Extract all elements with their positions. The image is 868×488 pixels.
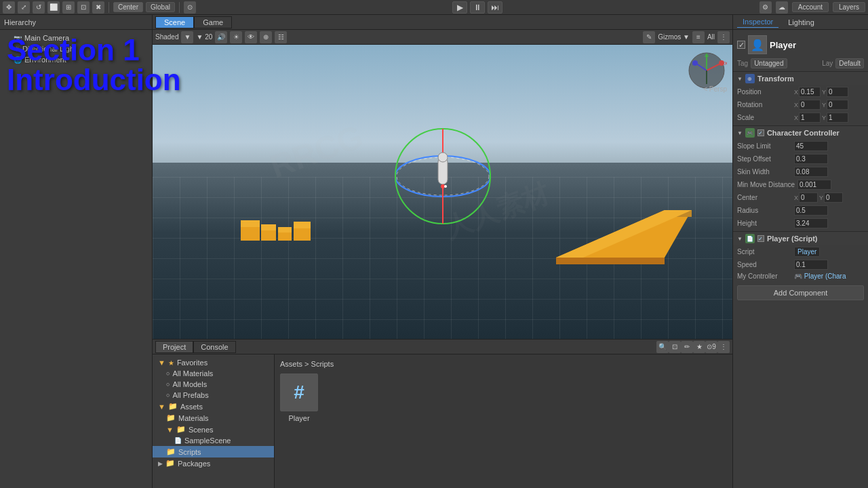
toolbar-icon-1[interactable]: ✥ <box>3 1 15 14</box>
sidebar-item-all-prefabs[interactable]: ○ All Prefabs <box>153 390 274 401</box>
tab-console[interactable]: Console <box>193 341 235 353</box>
scene-options-icon[interactable]: ⋮ <box>717 31 730 43</box>
scale-label: Scale <box>737 114 791 121</box>
inspector-header: Inspector Lighting <box>733 15 868 30</box>
ps-section-header[interactable]: ▼ 📄 ✓ Player (Script) <box>733 232 868 245</box>
inspector-content: ✓ 👤 Player Tag Untagged Lay Default ▼ ⊕ … <box>733 30 868 488</box>
scene-toolbar-icon-6[interactable]: ☷ <box>275 31 287 43</box>
scale-y-item: Y <box>822 113 848 123</box>
sidebar-item-packages[interactable]: ▶ 📁 Packages <box>153 458 274 469</box>
inspector-tab-lighting[interactable]: Lighting <box>783 17 820 28</box>
cc-checkbox[interactable]: ✓ <box>757 129 764 136</box>
tab-project[interactable]: Project <box>155 341 193 353</box>
center-x-input[interactable] <box>799 192 818 203</box>
scene-toolbar-icon-3[interactable]: ☀ <box>230 31 242 43</box>
cloud-icon[interactable]: ☁ <box>776 1 788 14</box>
ramp-object <box>542 190 692 271</box>
cc-icon: 🎮 <box>745 128 755 138</box>
position-y-input[interactable] <box>827 87 848 97</box>
step-button[interactable]: ⏭ <box>488 1 502 14</box>
rotation-y-input[interactable] <box>827 100 848 110</box>
ps-checkbox[interactable]: ✓ <box>757 235 764 242</box>
scene-toolbar-icon-2[interactable]: 🔊 <box>215 31 227 43</box>
scene-toolbar-icon-1[interactable]: ▼ <box>181 31 193 43</box>
bottom-options-2[interactable]: ✏ <box>681 341 693 353</box>
center-y-input[interactable] <box>824 192 843 203</box>
global-button[interactable]: Global <box>146 2 175 12</box>
sidebar-item-sample-scene[interactable]: 📄 SampleScene <box>153 435 274 446</box>
center-button[interactable]: Center <box>113 2 143 12</box>
controller-icon: 🎮 <box>794 272 802 280</box>
sidebar-item-scenes[interactable]: ▼ 📁 Scenes <box>153 424 274 435</box>
breadcrumb-scripts[interactable]: Scripts <box>311 360 334 368</box>
sidebar-item-materials[interactable]: 📁 Materials <box>153 412 274 424</box>
svg-rect-9 <box>278 227 292 232</box>
scene-viewport[interactable]: Y X Z < Persp RRCG 人人素材 <box>153 45 732 339</box>
speed-label: Speed <box>737 261 791 268</box>
toolbar-icon-2[interactable]: ⤢ <box>18 1 30 14</box>
bottom-options-3[interactable]: ★ <box>693 341 705 353</box>
bottom-options-4[interactable]: ⊙9 <box>705 341 717 353</box>
toolbar-icon-4[interactable]: ⬜ <box>47 1 60 14</box>
bottom-options-icon[interactable]: ⋮ <box>717 341 730 353</box>
scene-toolbar-gizmos[interactable]: ✎ <box>643 31 655 43</box>
slope-limit-input[interactable] <box>794 141 828 151</box>
layers-button[interactable]: Layers <box>833 2 865 12</box>
toolbar-icon-5[interactable]: ⊞ <box>62 1 75 14</box>
svg-point-17 <box>438 152 448 162</box>
bottom-options-1[interactable]: ⊡ <box>669 341 681 353</box>
min-move-input[interactable] <box>797 180 831 190</box>
bottom-tabs: Project Console 🔍 ⊡ ✏ ★ ⊙9 ⋮ <box>153 340 732 354</box>
speed-input[interactable] <box>794 260 828 270</box>
scene-toolbar-icon-4[interactable]: 👁 <box>245 31 257 43</box>
object-enable-checkbox[interactable]: ✓ <box>737 41 745 49</box>
ps-triangle: ▼ <box>737 236 743 242</box>
tab-scene[interactable]: Scene <box>155 16 194 28</box>
hierarchy-item-environment[interactable]: 🌐 Environment <box>0 54 152 65</box>
svg-rect-8 <box>278 232 292 241</box>
environment-icon: 🌐 <box>14 56 22 64</box>
sidebar-item-assets[interactable]: ▼ 📁 Assets <box>153 401 274 412</box>
skin-width-input[interactable] <box>794 167 828 177</box>
rotation-x-input[interactable] <box>799 100 821 110</box>
account-button[interactable]: Account <box>792 2 829 12</box>
layer-value[interactable]: Default <box>835 58 864 68</box>
sidebar-item-scripts[interactable]: 📁 Scripts <box>153 446 274 458</box>
persp-label: < Persp <box>703 85 727 93</box>
hierarchy-item-dir-light[interactable]: ☀ Directional Light <box>0 43 152 54</box>
transform-section-header[interactable]: ▼ ⊕ Transform <box>733 72 868 85</box>
breadcrumb-assets[interactable]: Assets <box>280 360 302 368</box>
sidebar-item-all-models[interactable]: ○ All Models <box>153 379 274 390</box>
step-offset-input[interactable] <box>794 154 828 164</box>
scale-x-input[interactable] <box>799 113 821 123</box>
sidebar-item-favorites[interactable]: ▼ ★ Favorites <box>153 357 274 368</box>
toolbar-icon-6[interactable]: ⊡ <box>77 1 90 14</box>
hierarchy-item-main-camera[interactable]: 📷 Main Camera <box>0 33 152 43</box>
controller-field: My Controller 🎮 Player (Chara <box>733 271 868 281</box>
toolbar-icon-8[interactable]: ⊙ <box>184 1 196 14</box>
scene-all-icon[interactable]: ≡ <box>692 31 705 43</box>
tab-game[interactable]: Game <box>194 16 232 28</box>
asset-item-player[interactable]: # Player <box>280 373 318 422</box>
bottom-search-icon[interactable]: 🔍 <box>656 341 669 353</box>
position-x-input[interactable] <box>799 87 821 97</box>
play-button[interactable]: ▶ <box>452 1 467 14</box>
scene-toolbar-icon-5[interactable]: ⊕ <box>260 31 272 43</box>
tag-value[interactable]: Untagged <box>751 58 787 68</box>
svg-rect-7 <box>261 224 276 230</box>
toolbar-icon-7[interactable]: ✖ <box>92 1 104 14</box>
scale-y-input[interactable] <box>827 113 848 123</box>
svg-rect-5 <box>241 220 260 227</box>
inspector-tab-inspector[interactable]: Inspector <box>737 16 778 28</box>
scenes-label: Scenes <box>189 426 214 434</box>
height-input[interactable] <box>794 218 828 228</box>
scale-xyz: X Y <box>794 113 864 123</box>
settings-icon[interactable]: ⚙ <box>760 1 772 14</box>
scene-tabs: Scene Game <box>153 15 732 30</box>
radius-input[interactable] <box>794 205 828 216</box>
toolbar-icon-3[interactable]: ↺ <box>33 1 45 14</box>
cc-section-header[interactable]: ▼ 🎮 ✓ Character Controller <box>733 126 868 140</box>
pause-button[interactable]: ⏸ <box>470 1 485 14</box>
sidebar-item-all-materials[interactable]: ○ All Materials <box>153 368 274 379</box>
add-component-button[interactable]: Add Component <box>737 285 864 300</box>
